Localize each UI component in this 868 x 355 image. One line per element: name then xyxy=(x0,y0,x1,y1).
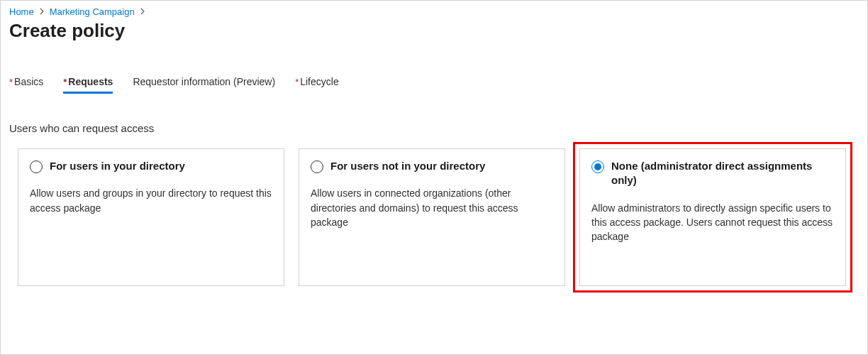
card-header: None (administrator direct assignments o… xyxy=(591,159,834,188)
tab-label: Requestor information (Preview) xyxy=(133,76,275,87)
option-card-none-admin-only[interactable]: None (administrator direct assignments o… xyxy=(579,148,846,286)
tab-basics[interactable]: * Basics xyxy=(9,76,43,94)
breadcrumb: Home Marketing Campaign xyxy=(9,6,859,17)
breadcrumb-link-campaign[interactable]: Marketing Campaign xyxy=(50,6,135,17)
card-header: For users in your directory xyxy=(30,159,272,173)
radio-icon xyxy=(311,160,323,173)
tab-requests[interactable]: * Requests xyxy=(63,76,113,94)
tab-label: Basics xyxy=(14,76,43,87)
required-asterisk: * xyxy=(63,77,67,87)
tab-label: Lifecycle xyxy=(300,76,338,87)
page-title: Create policy xyxy=(9,20,859,42)
tab-label: Requests xyxy=(68,76,113,87)
chevron-right-icon xyxy=(139,7,146,17)
tab-lifecycle[interactable]: * Lifecycle xyxy=(295,76,339,94)
section-label: Users who can request access xyxy=(9,122,859,134)
card-description: Allow users in connected organizations (… xyxy=(311,186,553,229)
tab-requestor-info[interactable]: Requestor information (Preview) xyxy=(133,76,275,94)
card-header: For users not in your directory xyxy=(311,159,553,173)
card-title: For users in your directory xyxy=(50,159,185,173)
chevron-right-icon xyxy=(38,7,45,17)
tab-bar: * Basics * Requests Requestor informatio… xyxy=(9,76,859,94)
card-title: None (administrator direct assignments o… xyxy=(611,159,834,188)
radio-icon xyxy=(591,160,604,173)
card-title: For users not in your directory xyxy=(330,159,485,173)
card-row: For users in your directory Allow users … xyxy=(9,148,859,286)
option-card-users-not-in-directory[interactable]: For users not in your directory Allow us… xyxy=(299,148,565,286)
page-container: Home Marketing Campaign Create policy * … xyxy=(0,0,868,355)
card-description: Allow users and groups in your directory… xyxy=(30,186,272,215)
card-description: Allow administrators to directly assign … xyxy=(591,201,834,244)
required-asterisk: * xyxy=(9,77,13,87)
required-asterisk: * xyxy=(295,77,299,87)
option-card-users-in-directory[interactable]: For users in your directory Allow users … xyxy=(18,148,284,286)
radio-icon xyxy=(30,160,43,173)
breadcrumb-link-home[interactable]: Home xyxy=(9,6,34,17)
